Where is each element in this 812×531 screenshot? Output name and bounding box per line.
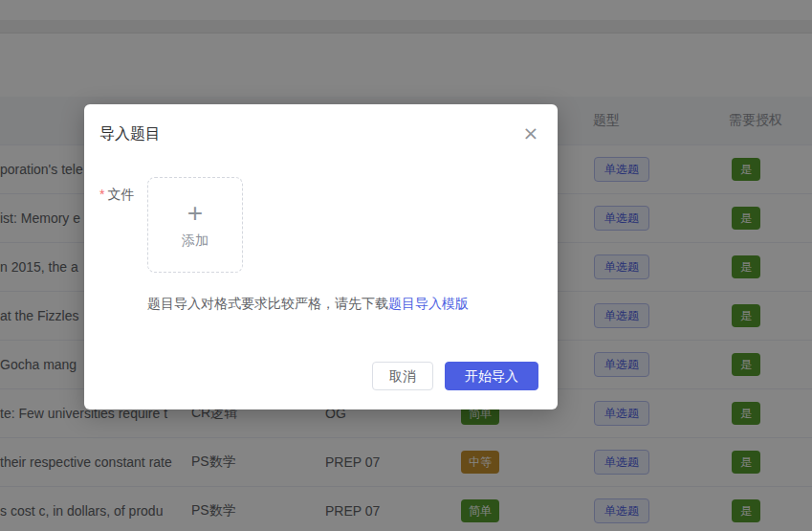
dialog-header: 导入题目 × <box>84 104 558 143</box>
file-form-row: *文件 + 添加 <box>99 177 538 273</box>
dialog-title: 导入题目 <box>99 125 538 143</box>
file-label-text: 文件 <box>107 187 134 202</box>
upload-dropzone[interactable]: + 添加 <box>147 177 243 273</box>
hint-text: 题目导入对格式要求比较严格，请先下载 <box>147 296 388 311</box>
plus-icon: + <box>187 201 203 226</box>
dialog-body: *文件 + 添加 题目导入对格式要求比较严格，请先下载题目导入模版 <box>84 143 558 313</box>
cancel-button[interactable]: 取消 <box>372 362 433 390</box>
upload-add-label: 添加 <box>182 232 208 250</box>
import-hint: 题目导入对格式要求比较严格，请先下载题目导入模版 <box>147 296 538 313</box>
page-background: 题型 需要授权 poration's tele单选题是ist: Memory e… <box>0 0 812 531</box>
file-field-label: *文件 <box>99 177 147 273</box>
start-import-button[interactable]: 开始导入 <box>445 362 538 390</box>
dialog-footer: 取消 开始导入 <box>372 362 538 390</box>
close-icon[interactable]: × <box>519 122 542 144</box>
import-questions-dialog: 导入题目 × *文件 + 添加 题目导入对格式要求比较严格，请先下载题目导入模版… <box>84 104 558 409</box>
template-download-link[interactable]: 题目导入模版 <box>388 296 469 311</box>
required-mark: * <box>99 187 104 202</box>
